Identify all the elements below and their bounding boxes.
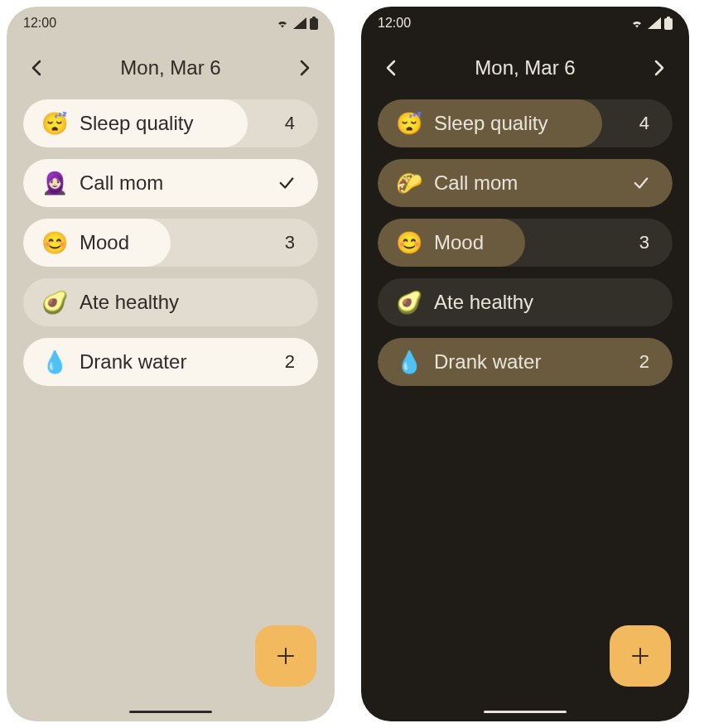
- nav-handle[interactable]: [129, 711, 212, 713]
- habit-item[interactable]: 😊Mood3: [378, 219, 673, 267]
- next-day-button[interactable]: [649, 58, 669, 78]
- habit-value: 3: [285, 232, 295, 253]
- chevron-right-icon: [654, 60, 664, 76]
- habit-item[interactable]: 🥑Ate healthy: [378, 278, 673, 326]
- signal-icon: [293, 17, 306, 29]
- habit-emoji: 🥑: [41, 292, 68, 313]
- habit-label: Sleep quality: [434, 112, 628, 135]
- habit-emoji: 😊: [396, 232, 422, 253]
- habit-content: 🥑Ate healthy: [378, 291, 673, 314]
- habit-label: Ate healthy: [434, 291, 654, 314]
- habit-content: 😊Mood3: [23, 231, 318, 254]
- habit-label: Sleep quality: [80, 112, 273, 135]
- habit-emoji: 😴: [41, 113, 68, 134]
- next-day-button[interactable]: [295, 58, 315, 78]
- phone-dark: 12:00 Mon, Mar 6 😴Sleep quality4🌮Call mo…: [361, 7, 689, 721]
- habit-content: 🌮Call mom: [378, 171, 673, 195]
- status-bar: 12:00: [361, 7, 689, 40]
- habits-list-light: 😴Sleep quality4🧕🏻Call mom😊Mood3🥑Ate heal…: [7, 99, 335, 386]
- nav-handle[interactable]: [484, 711, 567, 713]
- wifi-icon: [275, 17, 290, 29]
- habit-label: Mood: [80, 231, 273, 254]
- check-icon: [633, 175, 649, 191]
- status-icons: [629, 17, 673, 30]
- habit-content: 🧕🏻Call mom: [23, 171, 318, 195]
- svg-rect-0: [310, 18, 318, 30]
- status-time: 12:00: [378, 16, 411, 31]
- habit-emoji: 🧕🏻: [41, 172, 68, 194]
- chevron-left-icon: [31, 60, 41, 76]
- habit-label: Ate healthy: [80, 291, 300, 314]
- status-bar: 12:00: [7, 7, 335, 40]
- habit-value: 2: [285, 351, 295, 373]
- habit-content: 😊Mood3: [378, 231, 673, 254]
- habit-item[interactable]: 💧Drank water2: [378, 338, 673, 386]
- habit-value: 4: [285, 113, 295, 134]
- habit-value: 2: [639, 351, 649, 373]
- date-header: Mon, Mar 6: [361, 40, 689, 99]
- battery-icon: [664, 17, 673, 30]
- habit-emoji: 💧: [41, 351, 68, 373]
- add-habit-button[interactable]: [255, 625, 316, 687]
- habit-value: 3: [639, 232, 649, 253]
- habit-emoji: 💧: [396, 351, 422, 373]
- wifi-icon: [629, 17, 644, 29]
- svg-rect-3: [667, 17, 670, 19]
- svg-rect-1: [312, 17, 316, 19]
- habit-emoji: 🥑: [396, 292, 422, 313]
- prev-day-button[interactable]: [27, 58, 46, 78]
- habit-label: Mood: [434, 231, 628, 254]
- habit-label: Call mom: [434, 171, 621, 195]
- habit-emoji: 😊: [41, 232, 68, 253]
- chevron-right-icon: [300, 60, 310, 76]
- habit-item[interactable]: 💧Drank water2: [23, 338, 318, 386]
- habit-label: Drank water: [434, 350, 628, 374]
- chevron-left-icon: [386, 60, 396, 76]
- habit-content: 😴Sleep quality4: [378, 112, 673, 135]
- habit-item[interactable]: 😊Mood3: [23, 219, 318, 267]
- habit-item[interactable]: 🥑Ate healthy: [23, 278, 318, 326]
- plus-icon: [277, 647, 295, 665]
- date-title: Mon, Mar 6: [475, 56, 575, 80]
- habit-emoji: 🌮: [396, 172, 422, 194]
- date-title: Mon, Mar 6: [120, 56, 220, 80]
- habit-emoji: 😴: [396, 113, 422, 134]
- habit-item[interactable]: 🌮Call mom: [378, 159, 673, 207]
- habit-content: 🥑Ate healthy: [23, 291, 318, 314]
- status-time: 12:00: [23, 16, 56, 31]
- habit-item[interactable]: 🧕🏻Call mom: [23, 159, 318, 207]
- add-habit-button[interactable]: [610, 625, 671, 687]
- habit-content: 💧Drank water2: [378, 350, 673, 374]
- habit-item[interactable]: 😴Sleep quality4: [23, 99, 318, 147]
- habit-content: 😴Sleep quality4: [23, 112, 318, 135]
- plus-icon: [631, 647, 649, 665]
- habit-item[interactable]: 😴Sleep quality4: [378, 99, 673, 147]
- prev-day-button[interactable]: [381, 58, 401, 78]
- habit-label: Call mom: [80, 171, 267, 195]
- battery-icon: [310, 17, 318, 30]
- phone-light: 12:00 Mon, Mar 6 😴Sleep quality4🧕🏻Call m…: [7, 7, 335, 721]
- svg-rect-2: [664, 18, 673, 30]
- habits-list-dark: 😴Sleep quality4🌮Call mom😊Mood3🥑Ate healt…: [361, 99, 689, 386]
- status-icons: [275, 17, 318, 30]
- habit-content: 💧Drank water2: [23, 350, 318, 374]
- habit-label: Drank water: [80, 350, 273, 374]
- habit-value: 4: [639, 113, 649, 134]
- check-icon: [278, 175, 295, 191]
- date-header: Mon, Mar 6: [7, 40, 335, 99]
- signal-icon: [648, 17, 661, 29]
